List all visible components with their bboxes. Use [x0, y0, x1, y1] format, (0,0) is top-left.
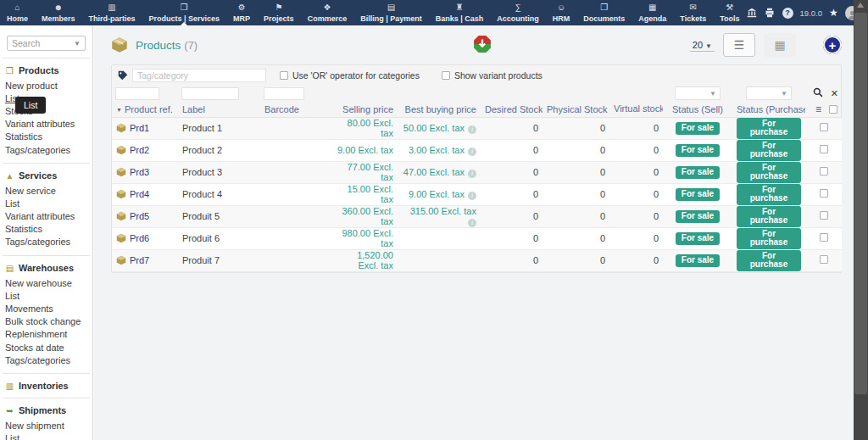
nav-item-accounting[interactable]: ∑Accounting — [490, 0, 546, 25]
nav-item-agenda[interactable]: ▦Agenda — [632, 0, 673, 25]
pdf-download-icon[interactable] — [473, 35, 492, 53]
col-label[interactable]: Label — [178, 102, 260, 117]
row-checkbox[interactable] — [820, 211, 828, 220]
scroll-up-arrow[interactable] — [857, 3, 864, 8]
page-size-select[interactable]: 20▼ — [690, 39, 715, 52]
product-cube-icon — [116, 233, 126, 243]
sidebar-item-products-tags-categories[interactable]: Tags/categories — [5, 143, 92, 156]
nav-item-mrp[interactable]: ⚙MRP — [226, 0, 257, 25]
kanban-view-button[interactable]: ▦ — [764, 33, 796, 57]
nav-item-third-parties[interactable]: ▥Third-parties — [82, 0, 142, 25]
product-ref-link[interactable]: Prd6 — [130, 233, 149, 243]
sidebar-item-services-tags-categories[interactable]: Tags/categories — [5, 236, 92, 248]
col-status-sell[interactable]: Status (Sell) — [663, 102, 732, 117]
sidebar-section-products[interactable]: ❒Products — [5, 65, 92, 75]
nav-item-members[interactable]: ☻Members — [35, 0, 82, 25]
product-label: Produit 7 — [182, 255, 220, 265]
print-icon[interactable] — [765, 8, 776, 19]
product-ref-link[interactable]: Prd1 — [130, 123, 149, 133]
info-icon: i — [468, 148, 476, 156]
sidebar-section-warehouses[interactable]: ▤Warehouses — [5, 263, 92, 273]
nav-item-tickets[interactable]: ✉Tickets — [673, 0, 713, 25]
sidebar-item-products-variant-attributes[interactable]: Variant attributes — [5, 118, 92, 131]
sidebar-item-services-list[interactable]: List — [5, 197, 92, 209]
variant-option: Show variant products — [442, 70, 542, 81]
col-product-ref[interactable]: ▼Product ref. — [112, 102, 178, 117]
filter-barcode-input[interactable] — [264, 87, 304, 100]
nav-item-projects[interactable]: ⚑Projects — [257, 0, 301, 25]
sidebar-item-shipments-list[interactable]: List — [5, 432, 92, 440]
sidebar-search-select[interactable]: Search ▼ — [7, 36, 86, 51]
status-purchase-badge: For purchase — [737, 228, 801, 249]
sidebar-item-products-statistics[interactable]: Statistics — [5, 131, 92, 143]
sidebar-item-warehouses-list[interactable]: List — [5, 289, 92, 302]
row-checkbox[interactable] — [820, 145, 828, 153]
barcode-cell — [260, 183, 332, 205]
clear-filter-icon[interactable]: ✕ — [831, 89, 838, 98]
nav-item-hrm[interactable]: ☺HRM — [546, 0, 577, 25]
product-ref-link[interactable]: Prd7 — [130, 255, 149, 265]
sidebar-section-inventories[interactable]: ▥Inventories — [5, 381, 92, 391]
sidebar-item-shipments-new-shipment[interactable]: New shipment — [5, 419, 92, 432]
col-barcode[interactable]: Barcode — [260, 102, 332, 117]
sidebar-item-warehouses-bulk-stock-change[interactable]: Bulk stock change — [5, 315, 92, 328]
help-icon[interactable]: ? — [782, 8, 793, 19]
sidebar-item-warehouses-replenishment[interactable]: Replenishment — [5, 328, 92, 341]
sidebar-item-warehouses-tags-categories[interactable]: Tags/categories — [5, 354, 92, 366]
col-status-purchase[interactable]: Status (Purchase) — [732, 102, 805, 117]
sidebar-item-warehouses-movements[interactable]: Movements — [5, 302, 92, 315]
row-checkbox[interactable] — [820, 123, 828, 131]
product-ref-link[interactable]: Prd4 — [130, 189, 149, 199]
product-cube-icon — [116, 145, 126, 155]
create-new-button[interactable]: + — [823, 36, 842, 54]
sidebar-item-warehouses-new-warehouse[interactable]: New warehouse — [5, 276, 92, 289]
select-fields-icon[interactable]: ≡ — [815, 103, 821, 115]
nav-item-documents[interactable]: ❐Documents — [576, 0, 632, 25]
sidebar-section-shipments[interactable]: ➥Shipments — [5, 405, 92, 415]
select-all-checkbox[interactable] — [829, 105, 837, 114]
col-selling-price[interactable]: Selling price — [332, 102, 398, 117]
filter-status-purchase-select[interactable]: ▼ — [746, 86, 792, 100]
scrollbar-thumb[interactable] — [854, 13, 867, 394]
sidebar-item-services-new-service[interactable]: New service — [5, 184, 92, 197]
sidebar-section-services[interactable]: ▲Services — [5, 170, 92, 181]
filter-label-input[interactable] — [181, 87, 239, 100]
nav-item-label: Members — [42, 14, 75, 23]
row-checkbox[interactable] — [820, 189, 828, 198]
sidebar-item-products-new-product[interactable]: New product — [5, 79, 92, 92]
home-icon: ⌂ — [14, 3, 19, 13]
nav-item-banks-cash[interactable]: ♜Banks | Cash — [429, 0, 491, 25]
vertical-scrollbar[interactable] — [854, 0, 868, 440]
col-virtual-stock[interactable]: Virtual stocki — [609, 102, 663, 117]
filter-product-ref-input[interactable] — [115, 87, 159, 100]
product-ref-link[interactable]: Prd3 — [130, 167, 149, 177]
product-ref-link[interactable]: Prd5 — [130, 211, 149, 221]
filter-status-sell-select[interactable]: ▼ — [675, 86, 721, 100]
search-icon[interactable] — [813, 87, 823, 99]
list-view-button[interactable]: ☰ — [723, 33, 755, 57]
product-label: Product 1 — [182, 123, 222, 133]
nav-item-commerce[interactable]: ❖Commerce — [301, 0, 354, 25]
nav-item-tools[interactable]: ⚒Tools — [713, 0, 746, 25]
col-physical-stock[interactable]: Physical Stock — [542, 102, 609, 117]
row-checkbox[interactable] — [820, 233, 828, 242]
or-operator-checkbox[interactable] — [280, 71, 288, 80]
col-desired-stock[interactable]: Desired Stock — [481, 102, 542, 117]
show-variant-checkbox[interactable] — [442, 71, 450, 80]
nav-item-home[interactable]: ⌂Home — [0, 0, 35, 25]
nav-item-products-services[interactable]: ❒Products | Services — [142, 0, 227, 25]
sidebar-item-services-statistics[interactable]: Statistics — [5, 223, 92, 236]
row-checkbox[interactable] — [820, 255, 828, 264]
row-checkbox[interactable] — [820, 167, 828, 175]
status-sell-badge: For sale — [676, 210, 720, 223]
tag-category-input[interactable] — [132, 69, 266, 82]
nav-item-label: Documents — [583, 14, 625, 23]
sidebar-item-warehouses-stocks-at-date[interactable]: Stocks at date — [5, 341, 92, 354]
section-title: Services — [19, 170, 57, 181]
col-best-buying-price[interactable]: Best buying price — [398, 102, 481, 117]
sidebar-item-services-variant-attributes[interactable]: Variant attributes — [5, 210, 92, 223]
nav-item-billing-payment[interactable]: ▤Billing | Payment — [353, 0, 429, 25]
company-icon[interactable] — [747, 8, 758, 19]
product-ref-link[interactable]: Prd2 — [130, 145, 149, 155]
bookmarks-star-icon[interactable]: ★ — [829, 7, 838, 19]
